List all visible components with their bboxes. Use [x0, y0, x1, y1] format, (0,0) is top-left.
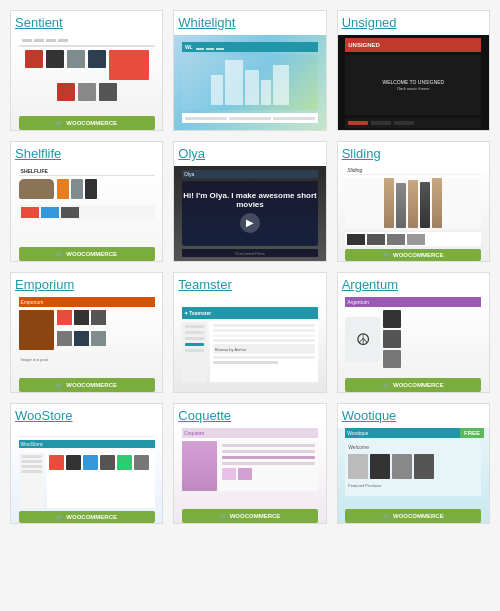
theme-coquette-title[interactable]: Coquette	[178, 406, 321, 426]
theme-emporium: Emporium Emporium	[10, 272, 163, 393]
theme-woostore: WooStore WooStore	[10, 403, 163, 524]
theme-olya-title[interactable]: Olya	[178, 144, 321, 164]
emporium-preview: Emporium Image in a post	[11, 297, 162, 392]
free-badge: FREE	[460, 428, 484, 438]
theme-unsigned-title[interactable]: Unsigned	[342, 13, 485, 33]
theme-shelflife-title[interactable]: Shelflife	[15, 144, 158, 164]
sentient-preview: 🛒 WOOCOMMERCE	[11, 35, 162, 130]
olya-preview: Olya Hi! I'm Olya. I make awesome short …	[174, 166, 325, 261]
sliding-preview: Sliding 🛒 WOOCOMMERCE	[338, 166, 489, 261]
theme-whitelight: Whitelight WL	[173, 10, 326, 131]
teamster-preview: ✦ Teamster Browse by	[174, 297, 325, 392]
theme-shelflife: Shelflife SHELFLIFE	[10, 141, 163, 262]
argentum-preview: Argentum ☮ 🛒 WOOCOMMERCE	[338, 297, 489, 392]
whitelight-preview: WL	[174, 35, 325, 130]
theme-teamster-title[interactable]: Teamster	[178, 275, 321, 295]
theme-argentum-title[interactable]: Argentum	[342, 275, 485, 295]
coquette-preview: Coquette 🛒	[174, 428, 325, 523]
wootique-preview: FREE Wootique Welcome Featured Products	[338, 428, 489, 523]
shelflife-preview: SHELFLIFE 🛒 WOOCOMME	[11, 166, 162, 261]
theme-emporium-title[interactable]: Emporium	[15, 275, 158, 295]
woostore-preview: WooStore	[11, 428, 162, 523]
theme-teamster: Teamster ✦ Teamster	[173, 272, 326, 393]
theme-sentient: Sentient 🛒 WOOCOMM	[10, 10, 163, 131]
theme-sentient-title[interactable]: Sentient	[15, 13, 158, 33]
unsigned-preview: UNSIGNED WELCOME TO UNSIGNEDDark music t…	[338, 35, 489, 130]
theme-whitelight-title[interactable]: Whitelight	[178, 13, 321, 33]
theme-argentum: Argentum Argentum ☮ 🛒	[337, 272, 490, 393]
theme-woostore-title[interactable]: WooStore	[15, 406, 158, 426]
theme-wootique-title[interactable]: Wootique	[342, 406, 485, 426]
theme-coquette: Coquette Coquette	[173, 403, 326, 524]
theme-sliding-title[interactable]: Sliding	[342, 144, 485, 164]
theme-sliding: Sliding Sliding	[337, 141, 490, 262]
theme-unsigned: Unsigned UNSIGNED WELCOME TO UNSIGNEDDar…	[337, 10, 490, 131]
theme-wootique: Wootique FREE Wootique Welcome Featured …	[337, 403, 490, 524]
theme-grid: Sentient 🛒 WOOCOMM	[0, 0, 500, 534]
theme-olya: Olya Olya Hi! I'm Olya. I make awesome s…	[173, 141, 326, 262]
